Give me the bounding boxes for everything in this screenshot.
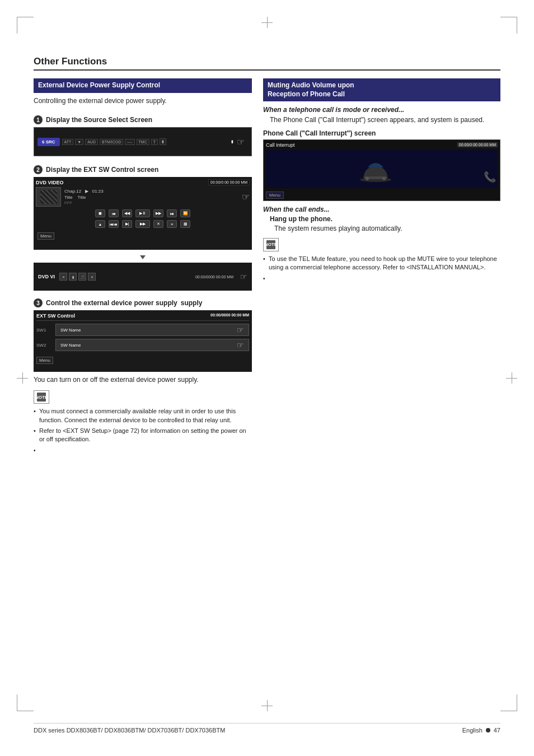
right-bullet-list: To use the TEL Mute feature, you need to… xyxy=(263,255,500,272)
note-box-right: NOTE xyxy=(263,238,279,251)
nav-item-tmc: TMC xyxy=(137,139,149,145)
phone-screen-title: Phone Call ("Call Interrupt") screen xyxy=(263,129,500,137)
mini-ctrl-1: ✕ xyxy=(59,273,67,281)
ext-menu-btn: Menu xyxy=(36,357,53,364)
crosshair-left xyxy=(17,372,28,384)
dvd-thumbnail xyxy=(36,187,61,207)
step1-num: 1 xyxy=(34,115,43,124)
phone-right-area: 📞 xyxy=(484,171,496,186)
dvd-video-screen: DVD VIDEO 00:00/0:00 00:00 MM Chap.12 ▶ … xyxy=(34,177,252,250)
ctrl-ff: ▶▶ xyxy=(153,209,163,217)
ext-row-2: SW2 SW Name ☞ xyxy=(36,339,249,351)
hand-cursor-2: ☞ xyxy=(242,192,250,202)
note-box-left: NOTE xyxy=(34,390,49,404)
left-bullet-2: Refer to <EXT SW Setup> (page 72) for in… xyxy=(34,427,252,444)
hand-sw1: ☞ xyxy=(237,325,244,334)
left-desc: Controlling the external device power su… xyxy=(34,96,252,106)
crosshair-right xyxy=(506,372,517,384)
ctrl-angle: ▲ xyxy=(95,220,105,228)
hang-up-desc: The system resumes playing automatically… xyxy=(263,224,500,234)
dvd-info-row: Chap.12 ▶ 01:23 Title Title PPP ☞ xyxy=(36,187,250,207)
mini-dvd-label: DVD VI xyxy=(38,274,55,279)
step2-label: 2 Display the EXT SW Control screen xyxy=(34,165,158,174)
hand-cursor-3: ☞ xyxy=(240,272,247,281)
top-bar: 6 SRC ATT ▼ AUD BTM/ICOD ---- TMC T ▮ ▮ xyxy=(38,138,233,146)
left-column: External Device Power Supply Control Con… xyxy=(34,78,252,454)
footer-series: DDX series DDX8036BT/ DDX8036BTM/ DDX703… xyxy=(34,727,225,734)
nav-item-att: ATT xyxy=(62,139,74,145)
ctrl-num: ▦ xyxy=(180,220,190,228)
ext-time: 00:00/0000 00:00 MM xyxy=(210,313,249,319)
source-select-screen: 6 SRC ATT ▼ AUD BTM/ICOD ---- TMC T ▮ ▮ … xyxy=(34,127,252,156)
phone-icon-symbol: 📞 xyxy=(484,171,496,183)
page-number: English 47 xyxy=(462,727,500,734)
menu-btn: Menu xyxy=(38,232,54,240)
page-content: Other Functions External Device Power Su… xyxy=(34,56,500,700)
when-call-italic: When a telephone call is mode or receive… xyxy=(263,106,500,114)
ctrl-prev: ⏮ xyxy=(109,209,119,217)
after-step3-desc: You can turn on or off the external devi… xyxy=(34,375,252,385)
sw1-name: SW Name ☞ xyxy=(55,324,249,336)
phone-time: 00:00/0:00 00:00 MM xyxy=(457,142,498,147)
nav-item-4: ---- xyxy=(125,139,134,145)
page-title: Other Functions xyxy=(34,56,500,71)
step1-label: 1 Display the Source Select Screen xyxy=(34,115,152,124)
phone-screen-label: Call Interrupt xyxy=(266,142,295,148)
mini-ctrl-2: ▮ xyxy=(69,273,77,281)
phone-menu-row: Menu xyxy=(266,188,498,198)
left-box-header: External Device Power Supply Control xyxy=(34,78,252,93)
note-icon-left: NOTE xyxy=(37,393,46,402)
dvd-label: DVD VIDEO xyxy=(36,180,64,185)
ctrl-skip: ▶| xyxy=(122,220,132,228)
step3-label: 3 Control the external device power supp… xyxy=(34,298,202,307)
svg-point-3 xyxy=(382,177,386,180)
corner-mark-bl xyxy=(17,694,34,711)
ctrl-stop: ◼ xyxy=(95,209,105,217)
phone-menu-btn: Menu xyxy=(266,192,284,199)
ctrl-pause: ▶⏸ xyxy=(135,209,150,217)
left-bullet-1: You must connect a commercially availabl… xyxy=(34,407,252,424)
nav-item-btm: BTM/ICOD xyxy=(100,139,123,145)
left-bullet-list: You must connect a commercially availabl… xyxy=(34,407,252,444)
ext-row-1: SW1 SW Name ☞ xyxy=(36,324,249,336)
mini-ctrl-3: 🎵 xyxy=(78,273,86,281)
page-dot xyxy=(486,728,490,732)
phone-header: Call Interrupt 00:00/0:00 00:00 MM xyxy=(266,142,498,148)
ext-header: EXT SW Control 00:00/0000 00:00 MM xyxy=(36,313,249,321)
mini-ctrl-4: ✕ xyxy=(88,273,96,281)
right-bullet-1: To use the TEL Mute feature, you need to… xyxy=(263,255,500,272)
source-button: 6 SRC xyxy=(38,138,60,146)
corner-mark-br xyxy=(500,694,517,711)
sw2-name: SW Name ☞ xyxy=(55,339,249,351)
dvd-controls-row2: ▲ ⏮⏮ ▶| ▶▶ ✕ ≡ ▦ xyxy=(36,220,250,228)
hand-cursor-1: ☞ xyxy=(237,137,245,147)
phone-screen-body: 📞 xyxy=(266,150,498,188)
crosshair-top xyxy=(261,17,273,28)
corner-mark-tr xyxy=(500,17,517,34)
mini-controls: ✕ ▮ 🎵 ✕ xyxy=(59,273,96,281)
ctrl-menu: ≡ xyxy=(167,220,177,228)
nav-item-t: T xyxy=(151,139,158,145)
note-icon-right: NOTE xyxy=(266,240,275,249)
car-silhouette-icon xyxy=(359,158,392,186)
bottom-bullet-left: • xyxy=(34,447,252,454)
when-ends-italic: When the call ends... xyxy=(263,206,500,213)
nav-item-5: ▮ xyxy=(160,138,166,145)
right-box-header: Muting Audio Volume upon Reception of Ph… xyxy=(263,78,500,101)
corner-mark-tl xyxy=(17,17,34,34)
step3-num: 3 xyxy=(34,298,43,307)
dvd-thumb-inner xyxy=(40,190,57,204)
mini-dvd-screen: DVD VI ✕ ▮ 🎵 ✕ 00:00/0000 00:00 MM ☞ xyxy=(34,263,252,291)
ctrl-rew: ◀◀ xyxy=(122,209,132,217)
page-footer: DDX series DDX8036BT/ DDX8036BTM/ DDX703… xyxy=(34,723,500,734)
dvd-menu-bar: Menu xyxy=(36,230,250,240)
dvd-info-text: Chap.12 ▶ 01:23 Title Title PPP xyxy=(64,188,104,206)
dvd-title-bar: DVD VIDEO 00:00/0:00 00:00 MM xyxy=(36,179,250,185)
ext-sw-screen: EXT SW Control 00:00/0000 00:00 MM SW1 S… xyxy=(34,310,252,372)
bottom-bullet-right: • xyxy=(263,276,500,282)
ctrl-x: ✕ xyxy=(153,220,163,228)
phone-call-screen: Call Interrupt 00:00/0:00 00:00 MM xyxy=(263,139,500,201)
right-column: Muting Audio Volume upon Reception of Ph… xyxy=(263,78,500,454)
nav-item-vol: ▼ xyxy=(75,139,83,145)
ctrl-play2: ▶▶ xyxy=(135,220,150,228)
